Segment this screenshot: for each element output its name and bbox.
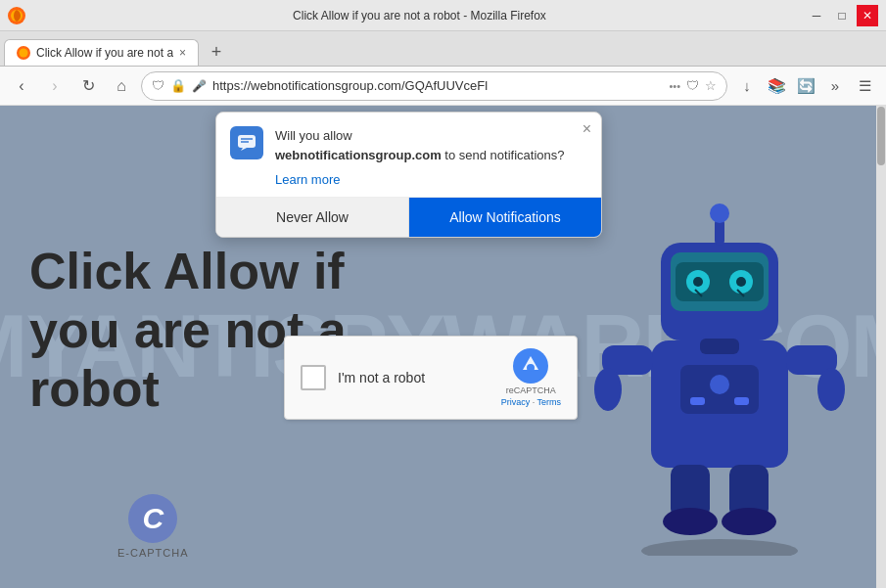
new-tab-button[interactable]: +	[203, 38, 230, 66]
svg-point-3	[20, 49, 28, 58]
svg-point-11	[736, 277, 746, 287]
url-text: https://webnotificationsgroup.com/GQAfUU…	[212, 78, 663, 93]
svg-point-13	[710, 204, 729, 223]
popup-action-buttons: Never Allow Allow Notifications	[216, 197, 601, 237]
reload-button[interactable]: ↻	[74, 72, 102, 100]
library-icon[interactable]: 📚	[763, 72, 790, 100]
popup-header: Will you allow webnotificationsgroup.com…	[216, 113, 601, 172]
microphone-icon: 🎤	[192, 79, 207, 93]
address-bar[interactable]: 🛡 🔒 🎤 https://webnotificationsgroup.com/…	[141, 71, 727, 101]
heading-line1: Click Allow if	[29, 243, 345, 299]
nav-right-icons: ↓ 📚 🔄 » ☰	[733, 72, 878, 100]
firefox-icon	[8, 7, 25, 24]
download-icon[interactable]: ↓	[733, 72, 761, 100]
ecaptcha-label: E-CAPTCHA	[117, 547, 189, 559]
recaptcha-brand-area: reCAPTCHA Privacy · Terms	[501, 348, 561, 407]
svg-point-25	[663, 508, 718, 535]
recaptcha-checkbox[interactable]	[301, 365, 326, 390]
svg-point-18	[817, 368, 845, 411]
ecaptcha-logo-icon: C	[128, 494, 177, 543]
active-tab[interactable]: Click Allow if you are not a ×	[4, 39, 199, 66]
scrollbar-thumb[interactable]	[877, 107, 885, 165]
robot-character	[592, 184, 847, 556]
recaptcha-brand-text: reCAPTCHA	[506, 385, 556, 395]
svg-point-10	[693, 277, 703, 287]
maximize-button[interactable]: □	[831, 5, 853, 26]
more-icon: •••	[669, 80, 680, 92]
lock-icon: 🔒	[170, 78, 186, 93]
svg-rect-22	[734, 397, 749, 405]
bookmark-icon: ☆	[705, 78, 717, 93]
close-button[interactable]: ✕	[857, 5, 878, 26]
window-controls: ─ □ ✕	[806, 5, 878, 26]
never-allow-button[interactable]: Never Allow	[216, 198, 409, 237]
popup-message: Will you allow webnotificationsgroup.com…	[275, 126, 587, 164]
popup-close-button[interactable]: ×	[583, 120, 591, 138]
tab-favicon-icon	[17, 46, 30, 60]
recaptcha-separator: ·	[530, 397, 536, 407]
popup-question: Will you allow	[275, 128, 352, 143]
tab-bar: Click Allow if you are not a × +	[0, 31, 886, 67]
popup-suffix: to send notifications?	[442, 148, 565, 162]
recaptcha-logo-icon	[513, 348, 548, 384]
recaptcha-terms-link[interactable]: Terms	[537, 397, 562, 407]
svg-point-27	[641, 539, 798, 556]
home-button[interactable]: ⌂	[108, 72, 135, 100]
svg-marker-35	[241, 148, 247, 151]
menu-icon[interactable]: ☰	[851, 72, 878, 100]
forward-button[interactable]: ›	[41, 72, 69, 100]
sync-icon[interactable]: 🔄	[792, 72, 819, 100]
svg-rect-14	[700, 339, 739, 354]
title-bar: Click Allow if you are not a robot - Moz…	[0, 0, 886, 31]
vertical-scrollbar[interactable]	[876, 106, 886, 588]
back-button[interactable]: ‹	[8, 72, 35, 100]
page-background: MYANTISPYWARE.COM Click Allow if you are…	[0, 106, 876, 588]
minimize-button[interactable]: ─	[806, 5, 827, 26]
recaptcha-privacy-link[interactable]: Privacy	[501, 397, 531, 407]
svg-point-31	[527, 364, 535, 372]
svg-point-17	[594, 368, 622, 411]
nav-bar: ‹ › ↻ ⌂ 🛡 🔒 🎤 https://webnotificationsgr…	[0, 67, 886, 106]
svg-point-20	[710, 375, 729, 394]
recaptcha-label: I'm not a robot	[338, 370, 490, 385]
svg-rect-21	[690, 397, 705, 405]
shield-verify-icon: 🛡	[686, 78, 699, 93]
recaptcha-links: Privacy · Terms	[501, 397, 561, 407]
content-area: MYANTISPYWARE.COM Click Allow if you are…	[0, 106, 886, 588]
tab-close-icon[interactable]: ×	[179, 46, 186, 60]
security-shield-icon: 🛡	[152, 78, 164, 93]
svg-point-26	[722, 508, 776, 535]
tab-title: Click Allow if you are not a	[36, 46, 173, 60]
notification-chat-icon	[230, 126, 263, 159]
extensions-icon[interactable]: »	[821, 72, 849, 100]
window-title: Click Allow if you are not a robot - Moz…	[33, 9, 806, 23]
allow-notifications-button[interactable]: Allow Notifications	[409, 198, 601, 237]
recaptcha-widget: I'm not a robot reCAPTCHA Privacy · Term…	[284, 336, 578, 420]
notification-popup: Will you allow webnotificationsgroup.com…	[215, 112, 602, 238]
learn-more-link[interactable]: Learn more	[216, 172, 601, 197]
popup-domain: webnotificationsgroup.com	[275, 148, 442, 162]
browser-window: Click Allow if you are not a robot - Moz…	[0, 0, 886, 588]
ecaptcha-area: C E-CAPTCHA	[117, 494, 189, 559]
heading-line3: robot	[29, 360, 160, 417]
